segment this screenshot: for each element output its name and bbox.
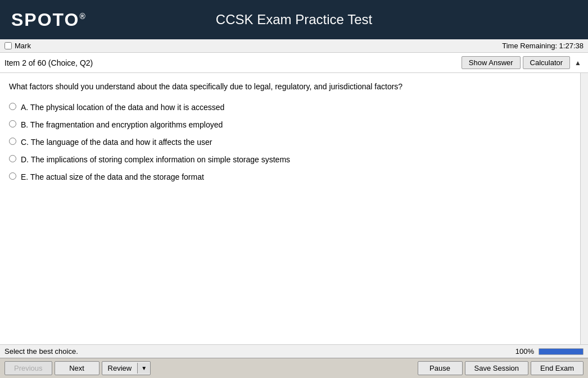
calculator-button[interactable]: Calculator xyxy=(523,56,571,69)
option-c[interactable]: C. The language of the data and how it a… xyxy=(9,136,571,148)
option-b[interactable]: B. The fragmentation and encryption algo… xyxy=(9,119,571,131)
options-list: A. The physical location of the data and… xyxy=(9,102,571,183)
item-bar: Item 2 of 60 (Choice, Q2) Show Answer Ca… xyxy=(0,53,588,73)
item-type: (Choice, Q2) xyxy=(48,58,93,67)
mark-checkbox[interactable] xyxy=(4,42,12,49)
progress-percent: 100% xyxy=(515,347,534,356)
option-a[interactable]: A. The physical location of the data and… xyxy=(9,102,571,113)
radio-c[interactable] xyxy=(9,138,16,145)
status-bar: Select the best choice. 100% xyxy=(0,344,588,358)
radio-b[interactable] xyxy=(9,120,16,127)
option-label-d: D. The implications of storing complex i… xyxy=(21,154,290,166)
show-answer-button[interactable]: Show Answer xyxy=(462,56,521,69)
review-button[interactable]: Review ▼ xyxy=(102,361,151,375)
option-label-a: A. The physical location of the data and… xyxy=(21,102,224,113)
bottom-left-nav: Previous Next Review ▼ xyxy=(4,361,151,375)
item-info: Item 2 of 60 (Choice, Q2) xyxy=(4,58,93,67)
option-e[interactable]: E. The actual size of the data and the s… xyxy=(9,171,571,183)
item-label: Item xyxy=(4,58,20,67)
scroll-up-arrow[interactable]: ▲ xyxy=(572,59,584,67)
question-text: What factors should you understand about… xyxy=(9,81,571,93)
option-label-b: B. The fragmentation and encryption algo… xyxy=(21,119,223,131)
item-total: 60 xyxy=(37,58,46,67)
next-button[interactable]: Next xyxy=(55,361,99,375)
header: SPOTO® CCSK Exam Practice Test xyxy=(0,0,588,39)
logo: SPOTO® xyxy=(11,10,87,30)
scrollbar[interactable] xyxy=(580,73,588,344)
save-session-button[interactable]: Save Session xyxy=(465,361,529,375)
radio-d[interactable] xyxy=(9,155,16,162)
mark-label[interactable]: Mark xyxy=(4,42,31,50)
pause-button[interactable]: Pause xyxy=(418,361,463,375)
mark-text[interactable]: Mark xyxy=(15,42,31,50)
option-label-e: E. The actual size of the data and the s… xyxy=(21,171,204,183)
timer: Time Remaining: 1:27:38 xyxy=(502,42,584,50)
review-main[interactable]: Review xyxy=(102,362,138,375)
status-text: Select the best choice. xyxy=(4,347,78,356)
radio-e[interactable] xyxy=(9,172,16,180)
option-label-c: C. The language of the data and how it a… xyxy=(21,136,212,148)
previous-button[interactable]: Previous xyxy=(4,361,52,375)
item-number: 2 of xyxy=(22,58,37,67)
progress-bar-fill xyxy=(539,349,583,354)
bottom-right-nav: Pause Save Session End Exam xyxy=(418,361,584,375)
main-content: What factors should you understand about… xyxy=(0,73,588,344)
app-title: CCSK Exam Practice Test xyxy=(216,12,372,28)
mark-bar: Mark Time Remaining: 1:27:38 xyxy=(0,39,588,53)
bottom-nav: Previous Next Review ▼ Pause Save Sessio… xyxy=(0,358,588,378)
item-buttons: Show Answer Calculator ▲ xyxy=(462,56,584,69)
radio-a[interactable] xyxy=(9,103,16,110)
progress-bar-container xyxy=(539,348,584,355)
progress-area: 100% xyxy=(515,347,584,356)
end-exam-button[interactable]: End Exam xyxy=(531,361,584,375)
option-d[interactable]: D. The implications of storing complex i… xyxy=(9,154,571,166)
review-dropdown-arrow[interactable]: ▼ xyxy=(137,363,150,374)
question-area: What factors should you understand about… xyxy=(0,73,580,344)
